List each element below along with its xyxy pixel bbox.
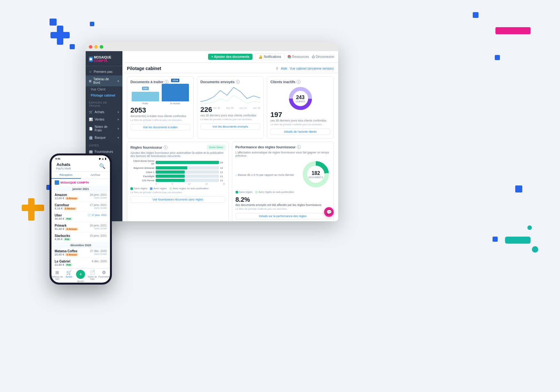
- phone-item-amazon[interactable]: Amazon 12,00 € À Réviser 18 janv. 2021 J…: [51, 192, 110, 202]
- phone-nav-achats-label: Achats: [66, 276, 72, 278]
- deco-square-5: [495, 55, 500, 60]
- phone-nav-params[interactable]: ⚙ Paramètres: [98, 270, 110, 282]
- hbar-fill-3: [156, 170, 185, 174]
- bar-group-reviser: 1534 À réviser: [162, 84, 189, 105]
- card1-title: Documents à traiter i: [130, 80, 190, 84]
- card2-info-icon[interactable]: i: [236, 80, 240, 84]
- browser-dot-yellow[interactable]: [94, 45, 98, 49]
- card5-info-icon[interactable]: i: [297, 145, 301, 149]
- phone-item-carrefour-left: Carrefour 8,16 € À Réviser: [55, 203, 90, 210]
- vue-ancienne-link[interactable]: Vue cabinet (ancienne version): [290, 67, 334, 70]
- chat-fab[interactable]: 💬: [324, 207, 334, 217]
- bar-prets-label: 519: [142, 87, 149, 90]
- hbar-val-3: 11: [220, 171, 225, 174]
- browser-dot-green[interactable]: [100, 45, 103, 49]
- sidebar-item-ventes[interactable]: 📊 Ventes ∨: [86, 116, 122, 123]
- card1-info-icon[interactable]: i: [165, 80, 168, 84]
- sidebar-item-tableau-de-bord[interactable]: ⊞ Tableau de Bord ∧: [86, 75, 122, 86]
- card4-btn[interactable]: Voir fournisseurs récurrents sans règles: [130, 196, 225, 203]
- phone-item-matama[interactable]: Matama Coffee 20,00 € À Réviser 27 déc. …: [51, 248, 110, 258]
- legend-dot-5: [255, 191, 258, 193]
- card3-sub: ces 30 derniers jours tous clients confo…: [270, 119, 330, 122]
- phone-tab-archive[interactable]: Archive: [81, 172, 110, 179]
- phone-item-primark-person: John Smith: [90, 227, 107, 230]
- sidebar-item-premiers-pas[interactable]: ☆ Premiers pas: [86, 68, 122, 75]
- phone-header: Achats Paul's Mark 🔍: [51, 161, 110, 172]
- deco-square-7: [493, 237, 498, 242]
- bar-prets-xlabel: Prêts: [142, 102, 148, 105]
- phone-item-uber1[interactable]: Uber 30,44 € Prêt 📄 17 janv. 2021: [51, 212, 110, 222]
- card2-sub: ces 30 derniers jours tous clients confo…: [200, 114, 260, 117]
- card3-info-icon[interactable]: i: [297, 80, 300, 84]
- phone-item-gabriel[interactable]: Le Gabriel 21,60 € Prêt 8 déc. 2020: [51, 258, 110, 268]
- card3-btn[interactable]: Détails de l'activité clients: [270, 129, 330, 135]
- sidebar-item-notes-frais[interactable]: 📄 Notes de Frais ∨: [86, 123, 122, 134]
- sidebar-section-espaces: ESPACES DE TRAVAIL: [86, 98, 122, 108]
- hbar-track-4: [156, 175, 219, 178]
- pct-section: 8.2% des documents envoyés ont été affec…: [236, 196, 331, 210]
- phone-item-matama-date: 27 déc. 2020: [90, 249, 107, 253]
- deco-teal-circle: [527, 225, 532, 230]
- card1-btn[interactable]: Voir les documents à traiter: [130, 124, 190, 130]
- phone-item-carrefour-right: 17 janv. 2021 John Smith: [90, 203, 107, 209]
- phone-item-matama-right: 27 déc. 2020 John Smith: [90, 249, 107, 255]
- deco-cross-1: [51, 26, 70, 45]
- browser-dot-red[interactable]: [89, 45, 92, 49]
- legend-dot-4: [236, 191, 238, 193]
- phone-nav-notes-icon: 📄: [90, 270, 95, 275]
- resources-link[interactable]: 📚 Ressources: [287, 55, 309, 59]
- perf-pct-value: 8.2%: [236, 196, 331, 203]
- card2-title: Documents envoyés i: [200, 80, 260, 84]
- bar-reviser: 1534: [162, 84, 189, 101]
- perf-left: ↓ Baisse de 2.0 % par rapport au mois de…: [236, 172, 299, 176]
- card3-number: 197: [270, 111, 330, 118]
- phone-item-uber1-left: Uber 30,44 € Prêt: [55, 214, 88, 220]
- phone-item-primark[interactable]: Primark 91,40 € À Réviser 16 janv. 2021 …: [51, 222, 110, 232]
- perf-donut-label: DOCUMENTS: [308, 176, 323, 178]
- sidebar-logo: MOSAIQUE COMPTA: [86, 54, 122, 66]
- hbar-val-4: 11: [220, 175, 225, 178]
- phone-nav-add-btn[interactable]: +: [76, 270, 85, 279]
- phone-nav-notes[interactable]: 📄 Notes de frais: [87, 270, 98, 282]
- hbar-track-1: [156, 161, 219, 164]
- add-docs-button[interactable]: + Ajouter des documents: [208, 54, 253, 60]
- card5-subtitle: L'affectation automatique de règles four…: [236, 151, 331, 157]
- phone-tab-reception[interactable]: Réception: [51, 172, 81, 179]
- line-chart-svg: [200, 86, 260, 105]
- card4-title: Règles fournisseur i Guide Démo: [130, 145, 225, 149]
- phone-item-starbucks-name: Starbucks: [55, 234, 90, 238]
- sidebar-sub-pilotage[interactable]: Pilotage cabinet: [86, 92, 122, 98]
- badge-revisor-carrefour: À Réviser: [64, 207, 76, 210]
- phone-item-carrefour[interactable]: Carrefour 8,16 € À Réviser 17 janv. 2021…: [51, 202, 110, 212]
- phone-item-amazon-amount: 12,00 € À Réviser: [55, 197, 90, 200]
- phone-item-amazon-right: 18 janv. 2021 John Smith: [90, 193, 107, 199]
- guide-demo-btn[interactable]: Guide Démo: [207, 145, 225, 149]
- hbar-val-5: 11: [220, 179, 225, 182]
- card5-title: Performance des règles fournisseur i: [236, 145, 331, 149]
- legend-auto-pub: Avec règles ou auto-publication: [169, 187, 208, 190]
- card4-info-icon[interactable]: i: [164, 145, 167, 149]
- deco-square-1: [50, 19, 57, 26]
- hbar-track-5: [156, 179, 219, 182]
- phone-nav-add[interactable]: + Ajouter: [75, 270, 87, 282]
- sidebar-item-banque[interactable]: 🏦 Banque ∨: [86, 134, 122, 141]
- phone-item-starbucks[interactable]: Starbucks 4,00 € Prêt 15 janv. 2021: [51, 232, 110, 243]
- hbar-name-4: ParisMyM: [130, 175, 154, 178]
- sidebar-sub-vue-client[interactable]: Vue Client: [86, 86, 122, 92]
- logout-link[interactable]: ⏻ Déconnexion: [312, 55, 334, 59]
- phone-nav-tableau[interactable]: ⊞ Tableau de bort: [51, 270, 63, 282]
- card5-btn[interactable]: Détails sur la performance des règles: [236, 213, 331, 219]
- deco-teal-bar: [505, 237, 531, 244]
- phone-search-icon[interactable]: 🔍: [99, 163, 105, 169]
- phone-bottomnav: ⊞ Tableau de bort 🛒 Achats + Ajouter 📄 N…: [51, 268, 110, 283]
- phone-nav-achats[interactable]: 🛒 Achats: [63, 270, 75, 282]
- uber1-date-row: 📄 17 janv. 2021: [88, 214, 107, 216]
- phone-month-dec: décembre 2020: [51, 243, 110, 248]
- aide-link[interactable]: Aide: [281, 67, 287, 70]
- bar-prets: 519: [132, 92, 159, 101]
- card1-number: 2053: [130, 107, 190, 114]
- sidebar-item-achats[interactable]: 🛒 Achats ∨: [86, 108, 122, 116]
- card-performance: Performance des règles fournisseur i L'a…: [232, 142, 334, 221]
- card2-btn[interactable]: Voir les documents envoyés: [200, 123, 260, 130]
- notifications-button[interactable]: 🔔 Notifications: [255, 53, 284, 60]
